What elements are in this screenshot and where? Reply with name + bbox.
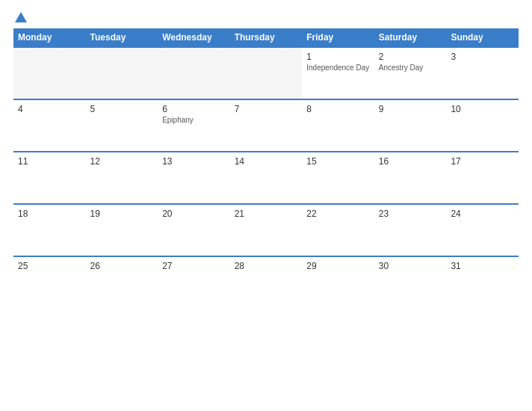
calendar-cell: 11 — [13, 152, 86, 204]
calendar-cell: 8 — [302, 99, 374, 152]
calendar-cell — [230, 47, 303, 99]
calendar-week-5: 25262728293031 — [13, 256, 519, 309]
calendar-cell: 14 — [230, 152, 303, 204]
day-event: Ancestry Day — [379, 64, 442, 72]
calendar-cell: 26 — [86, 256, 158, 309]
logo-triangle-icon — [15, 12, 27, 22]
calendar-cell: 15 — [302, 152, 374, 204]
day-number: 27 — [162, 261, 226, 271]
weekday-header-thursday: Thursday — [230, 28, 303, 47]
day-number: 21 — [235, 208, 298, 219]
calendar-cell: 17 — [446, 152, 519, 204]
day-number: 12 — [90, 156, 154, 167]
calendar-cell: 18 — [13, 204, 86, 256]
day-number: 28 — [235, 261, 298, 271]
calendar-table: MondayTuesdayWednesdayThursdayFridaySatu… — [13, 28, 519, 309]
logo — [13, 13, 27, 24]
day-number: 10 — [451, 104, 514, 114]
calendar-cell: 16 — [374, 152, 447, 204]
weekday-header-friday: Friday — [302, 28, 374, 47]
day-event: Independence Day — [306, 64, 370, 72]
calendar-cell: 1Independence Day — [302, 47, 374, 99]
calendar-week-4: 18192021222324 — [13, 204, 519, 256]
calendar-cell: 2Ancestry Day — [374, 47, 447, 99]
day-number: 29 — [306, 261, 370, 271]
day-number: 7 — [235, 104, 298, 114]
calendar-cell: 30 — [374, 256, 447, 309]
day-number: 19 — [90, 208, 154, 219]
calendar-cell — [158, 47, 230, 99]
calendar-cell: 3 — [446, 47, 519, 99]
calendar-week-1: 1Independence Day2Ancestry Day3 — [13, 47, 519, 99]
day-number: 9 — [379, 104, 442, 114]
day-number: 17 — [451, 156, 514, 167]
day-number: 23 — [379, 208, 442, 219]
day-number: 4 — [18, 104, 81, 114]
day-number: 6 — [162, 104, 226, 114]
day-number: 30 — [379, 261, 442, 271]
calendar-cell: 6Epiphany — [158, 99, 230, 152]
day-number: 25 — [18, 261, 81, 271]
calendar-cell — [13, 47, 86, 99]
calendar-page: MondayTuesdayWednesdayThursdayFridaySatu… — [0, 0, 532, 411]
calendar-cell: 20 — [158, 204, 230, 256]
weekday-header-wednesday: Wednesday — [158, 28, 230, 47]
calendar-cell: 31 — [446, 256, 519, 309]
calendar-cell: 7 — [230, 99, 303, 152]
day-number: 3 — [451, 52, 514, 62]
day-number: 22 — [306, 208, 370, 219]
day-number: 2 — [379, 52, 442, 62]
day-number: 15 — [306, 156, 370, 167]
calendar-week-2: 456Epiphany78910 — [13, 99, 519, 152]
day-number: 5 — [90, 104, 154, 114]
calendar-cell: 9 — [374, 99, 447, 152]
calendar-cell: 21 — [230, 204, 303, 256]
calendar-cell: 29 — [302, 256, 374, 309]
calendar-cell — [86, 47, 158, 99]
day-number: 13 — [162, 156, 226, 167]
calendar-cell: 28 — [230, 256, 303, 309]
day-number: 24 — [451, 208, 514, 219]
day-number: 26 — [90, 261, 154, 271]
calendar-cell: 19 — [86, 204, 158, 256]
calendar-cell: 5 — [86, 99, 158, 152]
calendar-cell: 25 — [13, 256, 86, 309]
day-number: 8 — [306, 104, 370, 114]
weekday-header-tuesday: Tuesday — [86, 28, 158, 47]
calendar-cell: 27 — [158, 256, 230, 309]
calendar-week-3: 11121314151617 — [13, 152, 519, 204]
calendar-cell: 13 — [158, 152, 230, 204]
calendar-cell: 22 — [302, 204, 374, 256]
calendar-cell: 10 — [446, 99, 519, 152]
calendar-header-row: MondayTuesdayWednesdayThursdayFridaySatu… — [13, 28, 519, 47]
day-number: 1 — [306, 52, 370, 62]
weekday-header-saturday: Saturday — [374, 28, 447, 47]
day-number: 18 — [18, 208, 81, 219]
calendar-cell: 4 — [13, 99, 86, 152]
calendar-cell: 12 — [86, 152, 158, 204]
day-number: 20 — [162, 208, 226, 219]
weekday-header-monday: Monday — [13, 28, 86, 47]
day-number: 14 — [235, 156, 298, 167]
calendar-cell: 24 — [446, 204, 519, 256]
day-event: Epiphany — [162, 116, 226, 124]
calendar-cell: 23 — [374, 204, 447, 256]
weekday-header-sunday: Sunday — [446, 28, 519, 47]
day-number: 31 — [451, 261, 514, 271]
day-number: 11 — [18, 156, 81, 167]
day-number: 16 — [379, 156, 442, 167]
calendar-header — [13, 13, 519, 24]
